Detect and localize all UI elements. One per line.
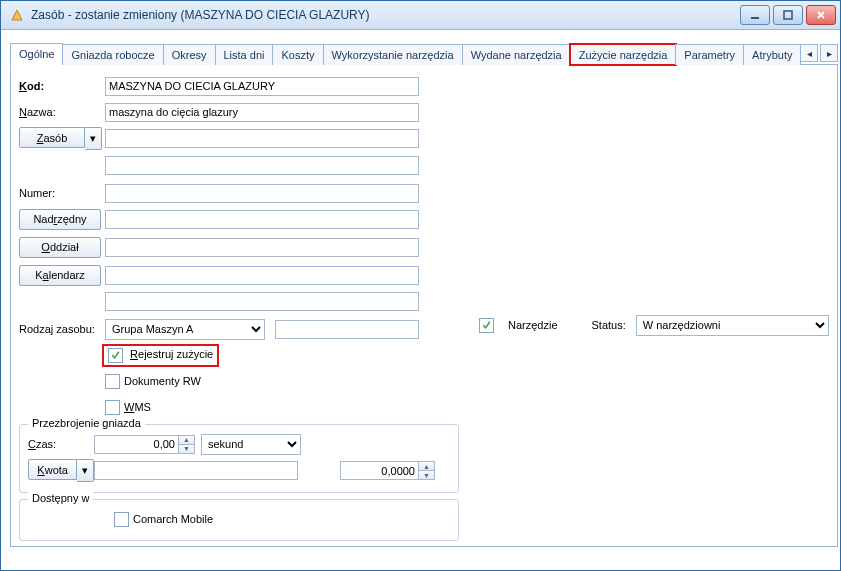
input-numer[interactable]: [105, 184, 419, 203]
input-czas[interactable]: [94, 435, 178, 454]
minimize-button[interactable]: [740, 5, 770, 25]
button-kwota-dropdown[interactable]: ▾: [77, 459, 94, 482]
select-rodzaj[interactable]: Grupa Maszyn A: [105, 319, 265, 340]
tab-wydane[interactable]: Wydane narzędzia: [462, 44, 571, 65]
checkbox-rejestruj[interactable]: [108, 348, 123, 363]
input-kwota-extra[interactable]: [94, 461, 298, 480]
group-title-przezbrojenie: Przezbrojenie gniazda: [28, 417, 145, 429]
tab-ogolne[interactable]: Ogólne: [10, 43, 63, 65]
highlight-rejestruj: Rejestruj zużycie: [105, 347, 216, 364]
czas-down[interactable]: ▼: [179, 445, 194, 453]
tab-koszty[interactable]: Koszty: [272, 44, 323, 65]
checkbox-wms[interactable]: [105, 400, 120, 415]
kwota-up[interactable]: ▲: [419, 462, 434, 471]
close-button[interactable]: [806, 5, 836, 25]
spinner-czas[interactable]: ▲▼: [94, 435, 195, 454]
label-narzedzie: Narzędzie: [508, 319, 558, 331]
checkbox-dokrw[interactable]: [105, 374, 120, 389]
input-nadrzedny[interactable]: [105, 210, 419, 229]
group-przezbrojenie: Przezbrojenie gniazda Czas: ▲▼ sekund: [19, 424, 459, 493]
label-rejestruj: Rejestruj zużycie: [130, 348, 213, 360]
tab-scroll-right[interactable]: ▸: [820, 44, 838, 62]
input-oddzial[interactable]: [105, 238, 419, 257]
spinner-kwota[interactable]: ▲▼: [340, 461, 435, 480]
select-czas-unit[interactable]: sekund: [201, 434, 301, 455]
tab-gniazda[interactable]: Gniazda robocze: [62, 44, 163, 65]
tab-parametry[interactable]: Parametry: [675, 44, 744, 65]
label-nazwa: Nazwa:: [19, 106, 105, 118]
label-numer: Numer:: [19, 187, 105, 199]
label-kod: Kod:: [19, 80, 105, 92]
input-kalendarz-2[interactable]: [105, 292, 419, 311]
tabs-bar: Ogólne Gniazda robocze Okresy Lista dni …: [10, 40, 838, 65]
button-kalendarz[interactable]: Kalendarz: [19, 265, 101, 286]
tab-wykorzystanie[interactable]: Wykorzystanie narzędzia: [323, 44, 463, 65]
label-wms: WMS: [124, 401, 151, 413]
maximize-button[interactable]: [773, 5, 803, 25]
svg-rect-1: [784, 11, 792, 19]
select-status[interactable]: W narzędziowni: [636, 315, 830, 336]
label-comarch: Comarch Mobile: [133, 513, 213, 525]
titlebar: Zasób - zostanie zmieniony (MASZYNA DO C…: [1, 1, 840, 30]
label-rodzaj: Rodzaj zasobu:: [19, 323, 105, 335]
checkbox-narzedzie[interactable]: [479, 318, 494, 333]
tab-atrybuty[interactable]: Atrybuty: [743, 44, 801, 65]
app-icon: [9, 7, 25, 23]
kwota-down[interactable]: ▼: [419, 471, 434, 479]
button-zasob-dropdown[interactable]: ▾: [85, 127, 102, 150]
button-kwota[interactable]: Kwota: [28, 459, 77, 480]
input-zasob-1[interactable]: [105, 129, 419, 148]
checkbox-comarch[interactable]: [114, 512, 129, 527]
svg-rect-0: [751, 17, 759, 19]
tab-zuzycie[interactable]: Zużycie narzędzia: [570, 44, 677, 65]
app-window: Zasób - zostanie zmieniony (MASZYNA DO C…: [0, 0, 841, 571]
tab-panel-ogolne: Kod: Nazwa: Zasób ▾: [10, 65, 838, 547]
input-kod[interactable]: [105, 77, 419, 96]
group-dostepny: Dostępny w Comarch Mobile: [19, 499, 459, 541]
input-rodzaj-extra[interactable]: [275, 320, 419, 339]
czas-up[interactable]: ▲: [179, 436, 194, 445]
label-dokrw: Dokumenty RW: [124, 375, 201, 387]
input-kwota[interactable]: [340, 461, 418, 480]
tab-lista-dni[interactable]: Lista dni: [215, 44, 274, 65]
tab-okresy[interactable]: Okresy: [163, 44, 216, 65]
button-nadrzedny[interactable]: Nadrzędny: [19, 209, 101, 230]
tab-scroll-left[interactable]: ◂: [800, 44, 818, 62]
button-zasob[interactable]: Zasób: [19, 127, 85, 148]
input-zasob-2[interactable]: [105, 156, 419, 175]
label-czas: Czas:: [28, 438, 94, 450]
window-title: Zasób - zostanie zmieniony (MASZYNA DO C…: [29, 8, 740, 22]
label-status: Status:: [592, 319, 626, 331]
input-nazwa[interactable]: [105, 103, 419, 122]
window-buttons: [740, 5, 836, 25]
group-title-dostepny: Dostępny w: [28, 492, 93, 504]
button-oddzial[interactable]: Oddział: [19, 237, 101, 258]
input-kalendarz[interactable]: [105, 266, 419, 285]
